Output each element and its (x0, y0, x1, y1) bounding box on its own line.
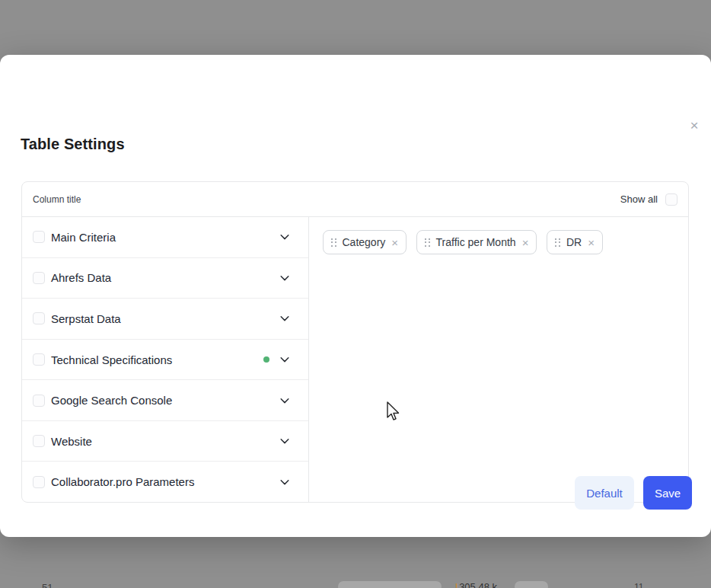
chevron-down-icon[interactable] (279, 436, 290, 446)
chevron-down-icon[interactable] (279, 395, 290, 406)
category-row-google-search-console[interactable]: Google Search Console (22, 379, 308, 420)
column-chip-dr[interactable]: DR × (547, 230, 603, 254)
category-checkbox[interactable] (33, 272, 45, 284)
background-pill (515, 581, 548, 588)
remove-chip-icon[interactable]: × (588, 237, 595, 248)
category-row-technical-specifications[interactable]: Technical Specifications (22, 339, 308, 380)
columns-panel: Column title Show all Main Criteria Ahre… (21, 181, 689, 503)
category-checkbox[interactable] (33, 435, 45, 447)
show-all-label: Show all (620, 193, 658, 205)
background-right-value: 11 (634, 582, 643, 588)
default-button[interactable]: Default (575, 476, 634, 510)
chevron-down-icon[interactable] (279, 232, 290, 242)
category-checkbox[interactable] (33, 353, 45, 366)
category-row-collaborator-pro-parameters[interactable]: Collaborator.pro Parameters (22, 461, 308, 502)
modal-title: Table Settings (21, 136, 125, 153)
active-indicator-dot (263, 356, 269, 363)
column-title-label: Column title (33, 194, 81, 205)
background-left-value: 51 (42, 582, 53, 588)
chevron-down-icon[interactable] (279, 313, 290, 324)
category-checkbox[interactable] (33, 476, 45, 488)
remove-chip-icon[interactable]: × (391, 237, 398, 248)
column-chip-traffic-per-month[interactable]: Traffic per Month × (416, 230, 537, 254)
category-row-main-criteria[interactable]: Main Criteria (22, 217, 308, 257)
flame-icon: | (455, 582, 458, 588)
selected-columns-area: Category × Traffic per Month × DR × (309, 217, 688, 502)
show-all-checkbox[interactable] (665, 193, 678, 206)
remove-chip-icon[interactable]: × (522, 237, 529, 248)
column-chip-category[interactable]: Category × (323, 230, 407, 254)
background-page-strip: 51 |305.48 k 11 (0, 576, 711, 588)
save-button[interactable]: Save (643, 476, 692, 510)
chevron-down-icon[interactable] (279, 354, 290, 365)
category-checkbox[interactable] (33, 395, 45, 407)
category-row-serpstat-data[interactable]: Serpstat Data (22, 298, 308, 339)
close-icon[interactable]: × (684, 114, 705, 136)
chevron-down-icon[interactable] (279, 477, 290, 487)
drag-handle-icon[interactable] (555, 238, 560, 247)
panel-header: Column title Show all (22, 182, 688, 217)
category-row-ahrefs-data[interactable]: Ahrefs Data (22, 257, 308, 299)
category-row-website[interactable]: Website (22, 420, 308, 462)
drag-handle-icon[interactable] (331, 238, 336, 247)
category-checkbox[interactable] (33, 231, 45, 243)
category-checkbox[interactable] (33, 312, 45, 324)
chevron-down-icon[interactable] (279, 273, 290, 283)
drag-handle-icon[interactable] (425, 238, 430, 247)
background-pill (338, 581, 442, 588)
background-metric: |305.48 k (455, 581, 497, 588)
category-list: Main Criteria Ahrefs Data Serpstat Data (22, 217, 309, 502)
table-settings-modal: × Table Settings Column title Show all M… (0, 55, 711, 537)
